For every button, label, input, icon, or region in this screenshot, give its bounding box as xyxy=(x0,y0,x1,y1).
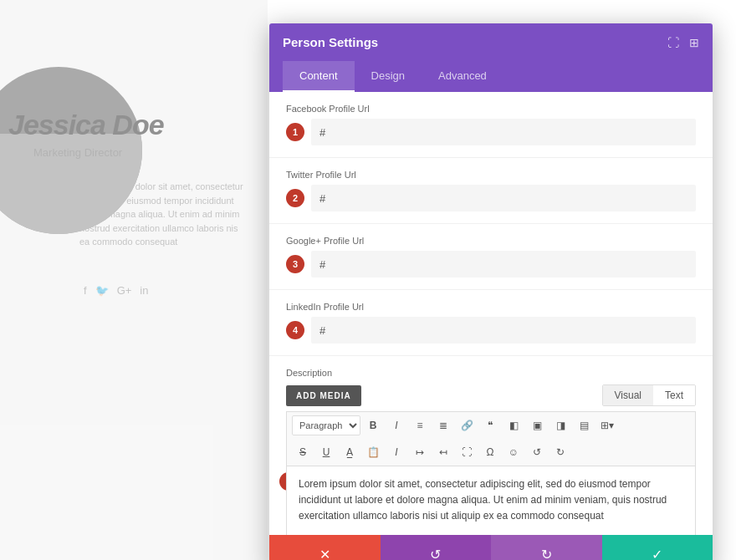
facebook-input[interactable] xyxy=(311,119,696,145)
step-badge-1: 1 xyxy=(286,123,304,141)
tab-design[interactable]: Design xyxy=(355,61,422,92)
twitter-field-row: 2 xyxy=(286,185,696,211)
panel-header-icons: ⛶ ⊞ xyxy=(667,36,699,49)
facebook-label: Facebook Profile Url xyxy=(286,104,696,114)
text-button[interactable]: Text xyxy=(653,385,695,405)
bold-button[interactable]: B xyxy=(362,415,384,435)
description-section: Description ADD MEDIA Visual Text Paragr… xyxy=(269,356,713,535)
italic2-button[interactable]: I xyxy=(386,442,407,462)
split-icon[interactable]: ⊞ xyxy=(689,36,699,49)
person-settings-panel: Person Settings ⛶ ⊞ Content Design Advan… xyxy=(269,23,713,560)
panel-title: Person Settings xyxy=(283,35,378,49)
paste-button[interactable]: 📋 xyxy=(362,442,384,462)
fullscreen-button[interactable]: ⛶ xyxy=(456,442,478,462)
align-center-button[interactable]: ▣ xyxy=(526,415,548,435)
indent-button[interactable]: ↦ xyxy=(409,442,431,462)
description-label: Description xyxy=(286,368,696,378)
blockquote-button[interactable]: ❝ xyxy=(479,415,501,435)
panel-tabs: Content Design Advanced xyxy=(269,61,713,92)
panel-header: Person Settings ⛶ ⊞ xyxy=(269,23,713,61)
editor-toolbar-1: Paragraph B I ≡ ≣ 🔗 ❝ ◧ ▣ ◨ ▤ ⊞▾ xyxy=(286,411,696,439)
align-right-button[interactable]: ◨ xyxy=(549,415,571,435)
facebook-field-row: 1 xyxy=(286,119,696,145)
twitter-field-group: Twitter Profile Url 2 xyxy=(269,158,713,224)
align-left-button[interactable]: ◧ xyxy=(503,415,524,435)
emoji-button[interactable]: ☺ xyxy=(503,442,524,462)
redo-button[interactable]: ↻ xyxy=(491,535,602,560)
link-button[interactable]: 🔗 xyxy=(456,415,478,435)
undo-button[interactable]: ↺ xyxy=(381,535,492,560)
editor-wrapper: 5 Lorem ipsum dolor sit amet, consectetu… xyxy=(286,466,696,535)
googleplus-field-row: 3 xyxy=(286,251,696,277)
redo-editor-button[interactable]: ↻ xyxy=(549,442,571,462)
confirm-button[interactable]: ✓ xyxy=(602,535,713,560)
ordered-list-button[interactable]: ≣ xyxy=(432,415,454,435)
linkedin-field-row: 4 xyxy=(286,317,696,344)
add-media-button[interactable]: ADD MEDIA xyxy=(286,385,361,406)
tab-content[interactable]: Content xyxy=(283,61,355,92)
visual-text-toggle: Visual Text xyxy=(602,384,696,406)
table-button[interactable]: ⊞▾ xyxy=(596,415,618,435)
unordered-list-button[interactable]: ≡ xyxy=(409,415,431,435)
twitter-label: Twitter Profile Url xyxy=(286,170,696,180)
undo-editor-button[interactable]: ↺ xyxy=(526,442,548,462)
facebook-field-group: Facebook Profile Url 1 xyxy=(269,92,713,158)
linkedin-label: LinkedIn Profile Url xyxy=(286,302,696,312)
editor-content[interactable]: Lorem ipsum dolor sit amet, consectetur … xyxy=(286,466,696,535)
outdent-button[interactable]: ↤ xyxy=(432,442,454,462)
panel-footer: ✕ ↺ ↻ ✓ xyxy=(269,535,713,560)
googleplus-label: Google+ Profile Url xyxy=(286,236,696,246)
step-badge-3: 3 xyxy=(286,255,304,273)
step-badge-2: 2 xyxy=(286,189,304,207)
underline-button[interactable]: U xyxy=(315,442,337,462)
linkedin-field-group: LinkedIn Profile Url 4 xyxy=(269,290,713,356)
visual-button[interactable]: Visual xyxy=(603,385,653,405)
tab-advanced[interactable]: Advanced xyxy=(422,61,503,92)
panel-content: Facebook Profile Url 1 Twitter Profile U… xyxy=(269,92,713,535)
googleplus-field-group: Google+ Profile Url 3 xyxy=(269,224,713,290)
desc-toolbar-top: ADD MEDIA Visual Text xyxy=(286,384,696,406)
justify-button[interactable]: ▤ xyxy=(573,415,595,435)
italic-button[interactable]: I xyxy=(386,415,407,435)
editor-toolbar-2: S U A̲ 📋 I ↦ ↤ ⛶ Ω ☺ ↺ ↻ xyxy=(286,439,696,466)
font-color-button[interactable]: A̲ xyxy=(339,442,360,462)
paragraph-select[interactable]: Paragraph xyxy=(292,415,360,435)
special-char-button[interactable]: Ω xyxy=(479,442,501,462)
step-badge-4: 4 xyxy=(286,321,304,339)
expand-icon[interactable]: ⛶ xyxy=(667,36,679,49)
strikethrough-button[interactable]: S xyxy=(292,442,314,462)
twitter-input[interactable] xyxy=(311,185,696,211)
cancel-button[interactable]: ✕ xyxy=(269,535,381,560)
linkedin-input[interactable] xyxy=(311,317,696,344)
googleplus-input[interactable] xyxy=(311,251,696,277)
